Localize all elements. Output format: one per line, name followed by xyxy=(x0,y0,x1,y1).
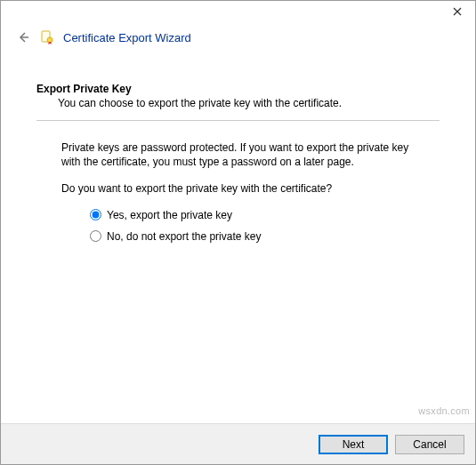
watermark: wsxdn.com xyxy=(418,405,470,416)
radio-no-label: No, do not export the private key xyxy=(107,230,261,243)
radio-no[interactable]: No, do not export the private key xyxy=(90,230,440,243)
footer: Next Cancel xyxy=(1,423,475,464)
radio-yes-input[interactable] xyxy=(90,209,101,220)
next-button[interactable]: Next xyxy=(319,435,388,454)
radio-yes-label: Yes, export the private key xyxy=(107,209,232,221)
content-area: Export Private Key You can choose to exp… xyxy=(1,56,475,243)
cancel-button[interactable]: Cancel xyxy=(395,435,464,454)
divider xyxy=(36,120,440,121)
wizard-window: Certificate Export Wizard Export Private… xyxy=(0,0,476,465)
info-text-2: Do you want to export the private key wi… xyxy=(61,181,415,196)
radio-no-input[interactable] xyxy=(90,230,101,242)
certificate-icon xyxy=(40,30,54,44)
info-block: Private keys are password protected. If … xyxy=(36,140,440,196)
section-heading: Export Private Key xyxy=(36,83,440,95)
radio-group: Yes, export the private key No, do not e… xyxy=(36,209,440,243)
close-icon xyxy=(453,7,462,16)
back-arrow-icon xyxy=(16,30,30,44)
header: Certificate Export Wizard xyxy=(1,26,475,56)
wizard-title: Certificate Export Wizard xyxy=(63,31,191,44)
back-button[interactable] xyxy=(15,29,31,45)
titlebar xyxy=(1,1,475,26)
radio-yes[interactable]: Yes, export the private key xyxy=(90,209,440,221)
section-subtext: You can choose to export the private key… xyxy=(36,97,440,109)
close-button[interactable] xyxy=(440,1,475,22)
info-text-1: Private keys are password protected. If … xyxy=(61,140,415,169)
